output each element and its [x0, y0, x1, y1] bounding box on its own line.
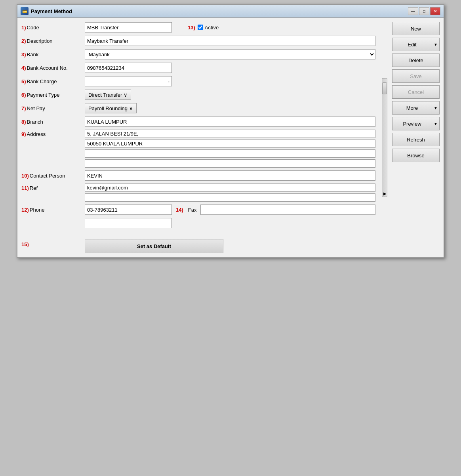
- ref2-input[interactable]: [85, 193, 375, 202]
- code-active-row: 13) Active: [85, 22, 375, 32]
- code-row: 1) Code 13) Active: [21, 22, 375, 33]
- active-label: Active: [205, 25, 219, 31]
- bank-charge-input[interactable]: [85, 76, 172, 86]
- fax-num: 14): [176, 207, 183, 213]
- edit-button-group: Edit ▼: [392, 38, 440, 51]
- phone2-input[interactable]: [85, 218, 172, 228]
- refresh-button[interactable]: Refresh: [392, 133, 440, 146]
- scrollbar-thumb[interactable]: [382, 82, 387, 94]
- bank-label: 3) Bank: [21, 52, 85, 57]
- contact-person-row: 10) Contact Person: [21, 170, 375, 181]
- branch-input[interactable]: [85, 117, 375, 127]
- browse-button[interactable]: Browse: [392, 149, 440, 162]
- more-button-group: More ▼: [392, 101, 440, 115]
- active-num: 13): [188, 25, 195, 31]
- contact-person-label: 10) Contact Person: [21, 173, 85, 179]
- branch-label: 8) Branch: [21, 119, 85, 125]
- close-button[interactable]: ✕: [430, 7, 440, 15]
- preview-dropdown-arrow[interactable]: ▼: [432, 117, 440, 130]
- phone-fax-row: 12) Phone 14) Fax: [21, 204, 375, 215]
- payment-type-num: 6): [21, 92, 26, 98]
- net-pay-dropdown[interactable]: Payroll Rounding ∨: [85, 103, 137, 113]
- address2-input[interactable]: [85, 140, 375, 148]
- code-input[interactable]: [85, 22, 172, 32]
- net-pay-num: 7): [21, 105, 26, 111]
- payment-type-row: 6) Payment Type Direct Transfer ∨: [21, 89, 375, 100]
- phone-label: 12) Phone: [21, 207, 85, 213]
- address3-input[interactable]: [85, 149, 375, 158]
- net-pay-arrow-icon: ∨: [129, 105, 133, 111]
- net-pay-label: 7) Net Pay: [21, 105, 85, 111]
- title-bar-left: 💳 Payment Method: [21, 7, 72, 15]
- more-button[interactable]: More: [392, 101, 432, 115]
- title-bar-controls: — □ ✕: [408, 7, 440, 15]
- fax-input[interactable]: [200, 205, 375, 215]
- save-button[interactable]: Save: [392, 69, 440, 83]
- branch-num: 8): [21, 119, 26, 125]
- address-fields: [85, 130, 375, 168]
- address4-input[interactable]: [85, 159, 375, 168]
- phone-num: 12): [21, 207, 29, 213]
- right-panel: New Edit ▼ Delete Save Cancel More ▼ Pre…: [392, 22, 440, 253]
- fax-label: Fax: [188, 207, 197, 213]
- new-button[interactable]: New: [392, 22, 440, 35]
- description-label: 2) Description: [21, 38, 85, 44]
- active-row: 13) Active: [188, 25, 219, 31]
- edit-dropdown-arrow[interactable]: ▼: [432, 38, 440, 51]
- code-label: 1) Code: [21, 25, 85, 31]
- title-bar: 💳 Payment Method — □ ✕: [17, 5, 444, 18]
- payment-type-dropdown[interactable]: Direct Transfer ∨: [85, 90, 131, 100]
- set-default-num-label: 15): [21, 241, 85, 247]
- minimize-button[interactable]: —: [408, 7, 418, 15]
- contact-num: 10): [21, 173, 29, 179]
- maximize-button[interactable]: □: [419, 7, 429, 15]
- scrollbar-area: ▶: [381, 22, 388, 253]
- phone-fax-inputs: 14) Fax: [85, 205, 375, 215]
- more-dropdown-arrow[interactable]: ▼: [432, 101, 440, 115]
- address-section: 9) Address: [21, 130, 375, 168]
- cancel-button[interactable]: Cancel: [392, 85, 440, 99]
- payment-type-arrow-icon: ∨: [124, 92, 128, 98]
- bank-acct-num: 4): [21, 65, 26, 71]
- set-default-button[interactable]: Set as Default: [85, 239, 223, 253]
- ref-num: 11): [21, 185, 29, 191]
- bank-account-row: 4) Bank Account No.: [21, 62, 375, 73]
- phone1-input[interactable]: [85, 205, 172, 215]
- scroll-arrow-down-icon[interactable]: ▶: [383, 191, 387, 196]
- address-num: 9): [21, 131, 26, 137]
- bank-row: 3) Bank Maybank CIMB Public Bank RHB Hon…: [21, 49, 375, 60]
- edit-button[interactable]: Edit: [392, 38, 432, 51]
- preview-button[interactable]: Preview: [392, 117, 432, 130]
- bank-charge-label: 5) Bank Charge: [21, 78, 85, 84]
- app-icon: 💳: [21, 7, 29, 15]
- bank-account-label: 4) Bank Account No.: [21, 65, 85, 71]
- active-checkbox[interactable]: [198, 25, 203, 30]
- contact-person-input[interactable]: [85, 170, 375, 181]
- phone2-row: [21, 218, 375, 229]
- net-pay-value: Payroll Rounding: [88, 105, 128, 111]
- bank-account-input[interactable]: [85, 63, 172, 73]
- ref-label: 11) Ref: [21, 184, 85, 191]
- bank-select[interactable]: Maybank CIMB Public Bank RHB Hong Leong: [85, 49, 375, 59]
- ref-section: 11) Ref: [21, 184, 375, 202]
- preview-button-group: Preview ▼: [392, 117, 440, 130]
- code-num: 1): [21, 25, 26, 31]
- branch-row: 8) Branch: [21, 116, 375, 127]
- payment-type-value: Direct Transfer: [88, 92, 122, 98]
- main-window: 💳 Payment Method — □ ✕ 1) Code 13): [17, 4, 444, 258]
- bank-num: 3): [21, 52, 26, 57]
- set-default-num: 15): [21, 241, 29, 247]
- scrollbar-track[interactable]: ▶: [382, 78, 387, 197]
- delete-button[interactable]: Delete: [392, 54, 440, 67]
- bank-charge-row: 5) Bank Charge: [21, 76, 375, 87]
- description-row: 2) Description: [21, 35, 375, 46]
- set-default-row: 15) Set as Default: [21, 235, 375, 253]
- address-label: 9) Address: [21, 130, 85, 137]
- address1-input[interactable]: [85, 130, 375, 138]
- window-title: Payment Method: [31, 8, 72, 14]
- payment-type-label: 6) Payment Type: [21, 92, 85, 98]
- main-content: 1) Code 13) Active 2) Description: [17, 18, 444, 257]
- ref1-input[interactable]: [85, 184, 375, 192]
- bank-charge-num: 5): [21, 78, 26, 84]
- description-input[interactable]: [85, 36, 375, 46]
